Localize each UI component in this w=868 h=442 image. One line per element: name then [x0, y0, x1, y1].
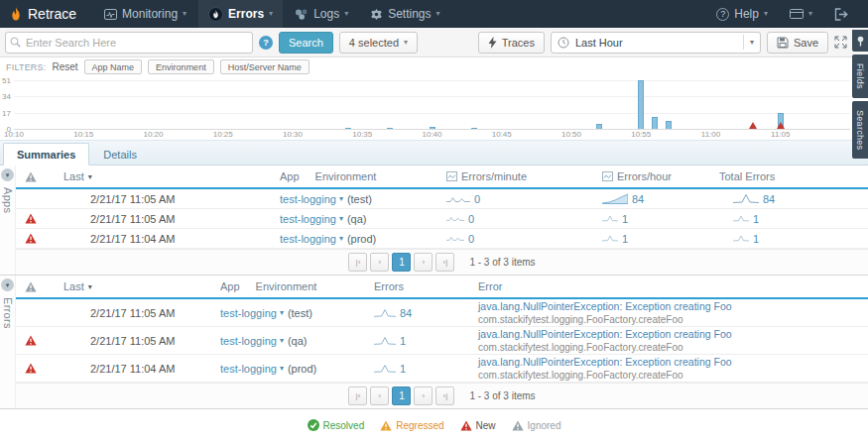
app-link[interactable]: test-logging▾ — [220, 307, 284, 319]
nav-item-settings[interactable]: Settings ▾ — [360, 0, 449, 28]
column-header-last[interactable]: Last — [63, 170, 84, 182]
pager-page-1[interactable]: 1 — [392, 387, 411, 405]
chart-bar[interactable] — [387, 128, 393, 129]
column-header-errors-hour[interactable]: Errors/hour — [617, 170, 672, 182]
app-link[interactable]: test-logging▾ — [220, 363, 284, 375]
errors-table-header: Last ▾ App Environment Errors Error — [16, 276, 868, 299]
errors-per-hour[interactable]: 1 — [622, 213, 628, 225]
side-tab-fields[interactable]: Fields — [852, 55, 868, 98]
caret-down-icon: ▾ — [764, 10, 768, 18]
column-header-environment[interactable]: Environment — [315, 170, 377, 182]
table-row[interactable]: 2/21/17 11:05 AM test-logging▾ (test) 0 … — [16, 189, 868, 209]
traces-button[interactable]: Traces — [478, 32, 545, 54]
chart-bar[interactable] — [596, 124, 602, 129]
pager-next-button[interactable]: › — [414, 387, 433, 405]
sort-caret-icon: ▾ — [88, 282, 92, 291]
total-errors[interactable]: 1 — [753, 213, 759, 225]
help-label: Help — [734, 7, 759, 21]
collapse-icon[interactable]: ▾ — [1, 168, 14, 181]
table-row[interactable]: 2/21/17 11:05 AM test-logging▾ (qa) 1 ja… — [16, 327, 868, 355]
error-link[interactable]: java.lang.NullPointerException: Exceptio… — [478, 328, 868, 342]
apps-rail: ▾ Apps — [0, 166, 16, 275]
column-header-environment[interactable]: Environment — [256, 280, 317, 292]
pager-first-button[interactable]: |‹ — [348, 253, 367, 272]
error-count[interactable]: 1 — [400, 335, 406, 347]
pin-icon[interactable] — [852, 30, 868, 52]
chart-plot-area[interactable] — [14, 80, 850, 129]
sparkline — [733, 234, 749, 243]
total-errors[interactable]: 1 — [753, 233, 759, 245]
chart-bar[interactable] — [430, 127, 435, 129]
sign-out-button[interactable] — [824, 0, 858, 28]
column-header-app[interactable]: App — [220, 280, 240, 292]
pager-prev-button[interactable]: ‹ — [370, 253, 389, 272]
nav-item-errors[interactable]: Errors ▾ — [198, 0, 283, 28]
selected-filter-dropdown[interactable]: 4 selected ▾ — [339, 32, 418, 54]
table-row[interactable]: 2/21/17 11:05 AM test-logging▾ (qa) 0 1 … — [16, 209, 868, 229]
pager-first-button[interactable]: |‹ — [348, 387, 367, 405]
help-menu[interactable]: ? Help ▾ — [706, 0, 778, 28]
messages-menu[interactable]: ▾ — [780, 0, 822, 28]
column-header-errors-minute[interactable]: Errors/minute — [461, 170, 527, 182]
pager-page-1[interactable]: 1 — [392, 253, 411, 272]
chart-bar[interactable] — [638, 80, 644, 129]
filter-host-server-name[interactable]: Host/Server Name — [220, 59, 310, 74]
caret-down-icon: ▾ — [280, 336, 284, 345]
pager-prev-button[interactable]: ‹ — [370, 387, 389, 405]
messages-icon — [790, 8, 804, 20]
errors-per-hour[interactable]: 84 — [632, 193, 644, 205]
error-link[interactable]: java.lang.NullPointerException: Exceptio… — [478, 356, 868, 370]
search-input[interactable] — [5, 32, 253, 54]
save-button[interactable]: Save — [767, 32, 828, 54]
nav-item-logs[interactable]: Logs ▾ — [285, 0, 358, 28]
time-range-select[interactable]: Last Hour ▾ — [551, 32, 761, 54]
fullscreen-icon[interactable] — [834, 36, 847, 49]
column-header-errors[interactable]: Errors — [374, 280, 404, 292]
nav-label: Logs — [313, 7, 339, 21]
app-link[interactable]: test-logging▾ — [220, 335, 284, 347]
new-error-marker[interactable] — [777, 122, 785, 129]
last-occurred: 2/21/17 11:04 AM — [46, 363, 216, 375]
search-button[interactable]: Search — [279, 32, 333, 54]
nav-item-monitoring[interactable]: Monitoring ▾ — [94, 0, 196, 28]
error-count[interactable]: 84 — [400, 307, 412, 319]
lightning-icon — [488, 37, 497, 49]
filter-app-name[interactable]: App Name — [84, 59, 143, 74]
app-link[interactable]: test-logging▾ — [280, 233, 343, 245]
sparkline — [446, 214, 464, 223]
table-row[interactable]: 2/21/17 11:04 AM test-logging▾ (prod) 1 … — [16, 355, 868, 383]
table-row[interactable]: 2/21/17 11:05 AM test-logging▾ (test) 84… — [16, 299, 868, 327]
chart-bar[interactable] — [652, 117, 658, 129]
errors-section: ▾ Errors Last ▾ App Environment Errors E… — [0, 276, 868, 409]
error-link[interactable]: java.lang.NullPointerException: Exceptio… — [478, 300, 868, 314]
side-tab-searches[interactable]: Searches — [852, 101, 868, 159]
errors-per-hour[interactable]: 1 — [622, 233, 628, 245]
chart-bar[interactable] — [666, 121, 672, 129]
collapse-icon[interactable]: ▾ — [1, 278, 14, 291]
app-link[interactable]: test-logging▾ — [280, 213, 343, 225]
new-error-marker[interactable] — [749, 122, 757, 129]
table-row[interactable]: 2/21/17 11:04 AM test-logging▾ (prod) 0 … — [16, 229, 868, 249]
pager-next-button[interactable]: › — [414, 253, 433, 272]
tab-summaries[interactable]: Summaries — [3, 143, 89, 166]
chart-bar[interactable] — [345, 128, 351, 129]
column-header-app[interactable]: App — [280, 170, 300, 182]
errors-per-minute[interactable]: 0 — [468, 233, 474, 245]
sparkline — [602, 234, 618, 243]
pager-last-button[interactable]: ›| — [435, 253, 454, 272]
app-link[interactable]: test-logging▾ — [280, 193, 343, 205]
errors-per-minute[interactable]: 0 — [468, 213, 474, 225]
reset-filters-link[interactable]: Reset — [52, 61, 77, 72]
error-count[interactable]: 1 — [400, 363, 406, 375]
column-header-total-errors[interactable]: Total Errors — [719, 170, 775, 182]
errors-per-minute[interactable]: 0 — [474, 193, 480, 205]
filter-environment[interactable]: Environment — [148, 59, 214, 74]
column-header-error[interactable]: Error — [478, 280, 502, 292]
info-icon[interactable]: ? — [259, 36, 273, 50]
chart-bar[interactable] — [471, 128, 477, 129]
column-header-last[interactable]: Last — [63, 280, 84, 292]
brand[interactable]: Retrace — [10, 6, 76, 22]
tab-details[interactable]: Details — [90, 144, 150, 165]
total-errors[interactable]: 84 — [763, 193, 775, 205]
pager-last-button[interactable]: ›| — [435, 387, 454, 405]
